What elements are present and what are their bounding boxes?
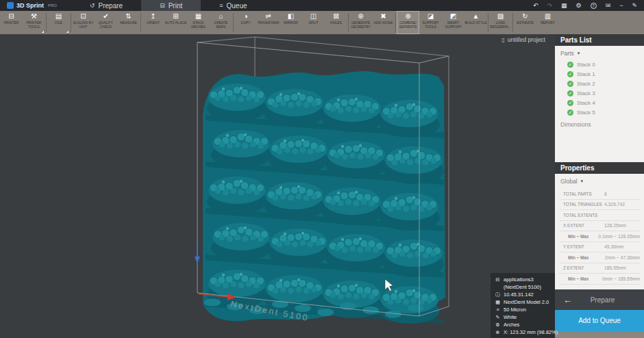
add-to-queue-button[interactable]: Add to Queue (555, 310, 644, 331)
layout-grid-icon[interactable]: ▦ (561, 2, 567, 9)
global-group-label: Global (560, 178, 578, 185)
tab-prepare[interactable]: ↺Prepare (71, 0, 141, 11)
title-bar: 3D Sprint PRO ↺Prepare⊟Print≡Queue ↶↷▦⚙?… (0, 0, 644, 11)
info-line: ≡50 Micron (495, 307, 552, 313)
redo-icon[interactable]: ↷ (547, 2, 553, 9)
minimize-icon[interactable]: − (619, 2, 623, 9)
toolbar-separator (140, 13, 141, 32)
toolbar-generate-geometry[interactable]: ⊛GENERATE GEOMETRY (349, 11, 372, 34)
document-icon: ▯ (501, 37, 504, 43)
check-icon: ✓ (567, 109, 573, 116)
list-item-stack-2[interactable]: ✓Stack 2 (555, 79, 644, 88)
feedback-icon[interactable]: ✎ (632, 2, 637, 9)
prepare-nav[interactable]: ← Prepare (555, 289, 644, 310)
help-icon[interactable]: ? (591, 3, 597, 9)
toolbar-file[interactable]: ▤FILE (47, 11, 70, 34)
build-scene[interactable]: NextDent 5100 (0, 34, 555, 338)
toolbar-label: PRINTER TOOLS (23, 21, 45, 29)
auto-place-icon: ⊞ (173, 12, 178, 21)
global-group-toggle[interactable]: Global ▾ (555, 174, 644, 187)
app-edition: PRO (48, 3, 57, 8)
info-line: ⓘ10.45.31.142 (495, 291, 552, 298)
printer-tools-icon: ⚒ (31, 12, 37, 21)
list-item-stack-5[interactable]: ✓Stack 5 (555, 107, 644, 117)
list-item-stack-0[interactable]: ✓Stack 0 (555, 60, 644, 69)
toolbar-scaling-by-unit[interactable]: ⊡SCALING BY UNIT (72, 11, 95, 34)
toolbar-printer[interactable]: ⊟PRINTER (0, 11, 23, 34)
toolbar-label: TRANSFORM (258, 21, 280, 25)
dimensions-section[interactable]: Dimensions (555, 117, 644, 132)
undo-icon[interactable]: ↶ (533, 2, 538, 9)
toolbar-smart-support[interactable]: ◩SMART SUPPORT (442, 11, 465, 34)
toolbar-label: PRINTER (4, 21, 19, 25)
info-text: applications3 (504, 276, 534, 283)
prepare-button[interactable]: Prepare (579, 296, 644, 304)
support-tools-icon: ◪ (428, 12, 434, 21)
property-value: 6 (604, 192, 640, 196)
estimate-icon: ↻ (522, 12, 528, 21)
property-row-total-parts: TOTAL PARTS6 (559, 189, 640, 200)
combine-separate-icon: ⊕ (405, 12, 410, 21)
toolbar-split[interactable]: ◫SPLIT (302, 11, 325, 34)
check-icon: ✓ (567, 90, 573, 96)
color-icon: ✎ (495, 314, 501, 321)
list-item-stack-4[interactable]: ✓Stack 4 (555, 98, 644, 107)
toolbar-holes[interactable]: ⊠HOLES (325, 11, 347, 34)
list-item-stack-1[interactable]: ✓Stack 1 (555, 69, 644, 79)
more-indicator (42, 31, 44, 33)
info-line: ⊕X: 123.32 mm (98.82%) (495, 329, 552, 336)
toolbar-label: REPORT (541, 21, 555, 25)
property-row-z-extent: Z EXTENT185.55mm (559, 263, 640, 274)
3d-viewport[interactable]: NextDent 5100 ▯ untitled project ⊟applic… (0, 34, 555, 338)
list-item-stack-3[interactable]: ✓Stack 3 (555, 88, 644, 98)
parts-group-label: Parts (560, 50, 574, 57)
toolbar-auto-place[interactable]: ⊞AUTO PLACE (164, 11, 187, 34)
toolbar-measure[interactable]: ⇅MEASURE (117, 11, 140, 34)
toolbar-label: LOAD RENDERIN... (489, 21, 512, 29)
toolbar-transform[interactable]: ⇌TRANSFORM (257, 11, 280, 34)
toolbar-support-tools[interactable]: ◪SUPPORT TOOLS (419, 11, 442, 34)
dental-stacks-model[interactable] (203, 71, 445, 324)
toolbar-mirror[interactable]: ◧MIRROR (280, 11, 302, 34)
property-label: Z EXTENT (559, 265, 604, 270)
main-tabs: ↺Prepare⊟Print≡Queue (71, 0, 266, 11)
toolbar-printer-tools[interactable]: ⚒PRINTER TOOLS (23, 11, 45, 34)
stack-label: Stack 2 (577, 81, 595, 87)
toolbar-report[interactable]: ▥REPORT (536, 11, 559, 34)
toolbar-label: ADD NOISE (374, 21, 393, 25)
right-panel: Parts List Parts ▾ ✓Stack 0✓Stack 1✓Stac… (555, 34, 644, 338)
back-arrow-icon[interactable]: ← (555, 295, 579, 305)
toolbar-quality-check[interactable]: ✔QUALITY CHECK (95, 11, 117, 34)
toolbar-load-renderin[interactable]: ▨LOAD RENDERIN... (489, 11, 512, 34)
stack-list: ✓Stack 0✓Stack 1✓Stack 2✓Stack 3✓Stack 4… (555, 60, 644, 117)
toolbar-combine-separate[interactable]: ⊕COMBINE/ SEPARATE (397, 11, 419, 34)
toolbar-create-bars[interactable]: ⌂CREATE BARS (210, 11, 232, 34)
mail-icon[interactable]: ✉ (606, 2, 611, 9)
info-text: 10.45.31.142 (504, 291, 534, 298)
info-text: (NextDent 5100) (504, 284, 541, 291)
tab-queue[interactable]: ≡Queue (201, 0, 265, 11)
toolbar-estimate[interactable]: ↻ESTIMATE (514, 11, 536, 34)
tab-print[interactable]: ⊟Print (141, 0, 201, 11)
toolbar-build-style[interactable]: ▲BUILD STYLE (465, 11, 487, 34)
z-axis-indicator (195, 243, 200, 263)
ip-icon: ⓘ (495, 291, 501, 298)
toolbar-label: AUTO PLACE (165, 21, 187, 25)
chevron-down-icon: ▾ (578, 51, 580, 56)
stack-label: Stack 0 (577, 62, 595, 68)
toolbar-separator (71, 13, 71, 32)
toolbar-copy[interactable]: ◑COPY (234, 11, 257, 34)
toolbar-orient[interactable]: ↥ORIENT (142, 11, 164, 34)
info-text: Arches (504, 322, 519, 328)
stack-label: Stack 3 (577, 90, 595, 96)
orient-icon: ↥ (150, 12, 156, 21)
stack-label: Stack 4 (577, 100, 595, 106)
toolbar-label: BUILD STYLE (465, 21, 487, 25)
toolbar-label: ESTIMATE (517, 21, 534, 25)
toolbar-stack-arches[interactable]: ▦STACK ARCHES (187, 11, 210, 34)
toolbar-add-noise[interactable]: ✖ADD NOISE (372, 11, 395, 34)
info-line: ✎White (495, 314, 552, 321)
info-text: NextDent Model 2.0 (504, 299, 549, 306)
settings-gear-icon[interactable]: ⚙ (576, 2, 582, 9)
parts-group-toggle[interactable]: Parts ▾ (555, 46, 644, 60)
